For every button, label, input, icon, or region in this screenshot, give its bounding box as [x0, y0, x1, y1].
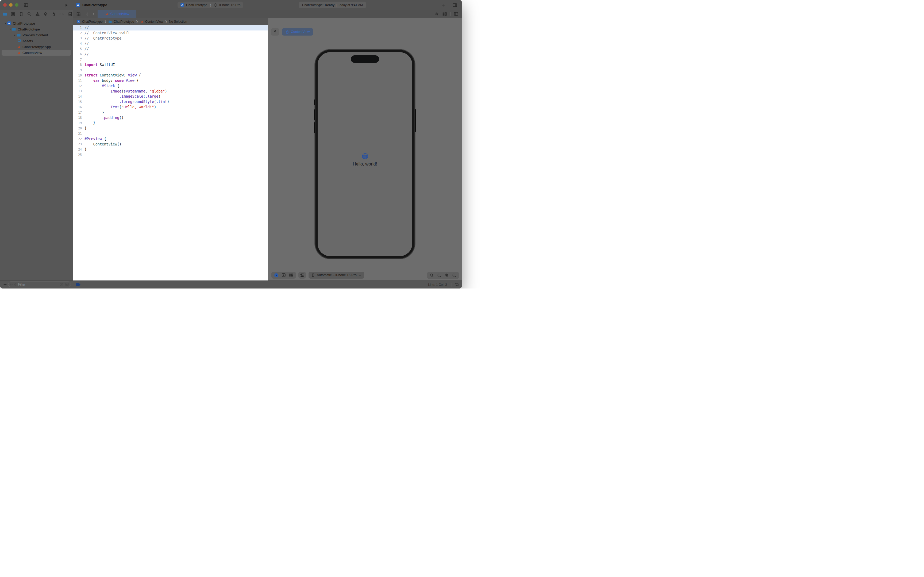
run-button[interactable]: [63, 2, 69, 8]
filter-input[interactable]: [18, 282, 58, 287]
line-number[interactable]: 23: [73, 142, 84, 146]
zoom-fit-button[interactable]: [444, 272, 450, 278]
related-items-button[interactable]: [76, 12, 81, 16]
code-line[interactable]: 2// ContentView.swift: [73, 31, 268, 36]
toggle-navigator-button[interactable]: [23, 2, 29, 8]
line-number[interactable]: 18: [73, 116, 84, 119]
code-line[interactable]: 17 }: [73, 110, 268, 115]
find-navigator-icon[interactable]: [27, 11, 32, 16]
code-line[interactable]: 16 Text("Hello, world!"): [73, 105, 268, 110]
breakpoint-navigator-icon[interactable]: [60, 11, 64, 16]
go-forward-button[interactable]: [92, 12, 95, 16]
code-line[interactable]: 6//: [73, 52, 268, 57]
line-number[interactable]: 16: [73, 105, 84, 109]
recents-clock-icon[interactable]: [60, 282, 63, 286]
code-editor[interactable]: 1//2// ContentView.swift3// ChatPrototyp…: [73, 25, 268, 281]
code-line[interactable]: 21: [73, 131, 268, 136]
line-number[interactable]: 15: [73, 100, 84, 104]
code-review-button[interactable]: [435, 12, 439, 16]
disclosure-open-icon[interactable]: ▾: [4, 22, 7, 24]
test-navigator-icon[interactable]: [43, 11, 48, 16]
disclosure-closed-icon[interactable]: ▸: [13, 34, 16, 36]
line-number[interactable]: 11: [73, 79, 84, 83]
close-window-button[interactable]: [3, 3, 7, 7]
line-number[interactable]: 8: [73, 63, 84, 66]
add-button[interactable]: [440, 2, 446, 8]
sidebar-item-preview-content[interactable]: ▸Preview Content: [2, 32, 71, 38]
issue-navigator-icon[interactable]: [35, 11, 40, 16]
code-line[interactable]: 23 ContentView(): [73, 142, 268, 147]
breadcrumb-item[interactable]: ChatPrototype: [108, 20, 134, 24]
sidebar-item-assets[interactable]: Assets: [2, 38, 71, 44]
breadcrumb-item[interactable]: ChatPrototype: [77, 20, 103, 24]
debug-navigator-icon[interactable]: [52, 11, 56, 16]
source-control-navigator-icon[interactable]: [11, 11, 16, 16]
toggle-inspector-button[interactable]: [452, 2, 458, 8]
report-navigator-icon[interactable]: [68, 11, 72, 16]
device-settings-button[interactable]: [298, 272, 306, 279]
code-line[interactable]: 1//: [73, 25, 268, 31]
line-number[interactable]: 25: [73, 153, 84, 157]
breakpoints-toggle[interactable]: [76, 283, 80, 286]
line-number[interactable]: 10: [73, 74, 84, 77]
code-line[interactable]: 8import SwiftUI: [73, 62, 268, 68]
disclosure-open-icon[interactable]: ▾: [8, 28, 12, 31]
line-number[interactable]: 19: [73, 121, 84, 125]
pin-preview-button[interactable]: [271, 28, 279, 35]
code-line[interactable]: 10struct ContentView: View {: [73, 73, 268, 78]
line-number[interactable]: 14: [73, 95, 84, 98]
go-back-button[interactable]: [85, 12, 89, 16]
line-number[interactable]: 6: [73, 52, 84, 56]
code-line[interactable]: 7: [73, 57, 268, 62]
adjust-editor-options-button[interactable]: [442, 11, 447, 16]
scheme-selector[interactable]: ChatPrototype ❯ iPhone 16 Pro: [177, 2, 243, 8]
plus-minus-icon[interactable]: [65, 282, 69, 286]
line-number[interactable]: 4: [73, 42, 84, 45]
variants-mode-button[interactable]: [288, 272, 295, 278]
line-number[interactable]: 21: [73, 132, 84, 135]
code-line[interactable]: 12 VStack {: [73, 84, 268, 89]
add-editor-button[interactable]: [454, 11, 459, 16]
sidebar-item-contentview[interactable]: ContentView: [2, 50, 71, 56]
scheme-destination[interactable]: iPhone 16 Pro: [219, 3, 240, 7]
sidebar-item-chatprototypeapp[interactable]: ChatPrototypeApp: [2, 44, 71, 50]
line-number[interactable]: 20: [73, 126, 84, 130]
code-line[interactable]: 11 var body: some View {: [73, 78, 268, 84]
scheme-project[interactable]: ChatPrototype: [186, 3, 208, 7]
minimize-window-button[interactable]: [9, 3, 13, 7]
zoom-out-button[interactable]: [428, 272, 435, 278]
line-number[interactable]: 5: [73, 47, 84, 51]
selectable-mode-button[interactable]: [280, 272, 287, 278]
code-line[interactable]: 14 .imageScale(.large): [73, 94, 268, 99]
breadcrumb-item[interactable]: No Selection: [169, 20, 187, 24]
code-line[interactable]: 5//: [73, 46, 268, 52]
code-line[interactable]: 24}: [73, 147, 268, 152]
bookmark-navigator-icon[interactable]: [19, 11, 24, 16]
add-file-button[interactable]: [3, 282, 8, 287]
line-number[interactable]: 13: [73, 89, 84, 93]
project-navigator-icon[interactable]: [2, 11, 7, 16]
line-number[interactable]: 3: [73, 36, 84, 40]
line-number[interactable]: 9: [73, 68, 84, 72]
line-number[interactable]: 24: [73, 148, 84, 152]
code-line[interactable]: 25: [73, 152, 268, 158]
line-number[interactable]: 22: [73, 137, 84, 141]
zoom-100-button[interactable]: [436, 272, 443, 278]
code-line[interactable]: 13 Image(systemName: "globe"): [73, 89, 268, 94]
code-line[interactable]: 4//: [73, 41, 268, 46]
code-line[interactable]: 18 .padding(): [73, 115, 268, 121]
line-number[interactable]: 7: [73, 58, 84, 61]
line-number[interactable]: 17: [73, 111, 84, 114]
live-preview-button[interactable]: [273, 272, 279, 278]
line-number[interactable]: 12: [73, 84, 84, 88]
breadcrumb-item[interactable]: ContentView: [140, 20, 163, 24]
code-line[interactable]: 19 }: [73, 120, 268, 126]
tab-contentview[interactable]: ContentView: [98, 10, 136, 18]
zoom-window-button[interactable]: [15, 3, 18, 7]
sidebar-item-chatprototype[interactable]: ▾ChatPrototype: [2, 20, 71, 26]
filter-field[interactable]: [8, 282, 71, 287]
preview-target-chip[interactable]: ContentView: [282, 28, 313, 35]
editor-layout-icon[interactable]: [454, 283, 459, 287]
code-line[interactable]: 22#Preview {: [73, 136, 268, 142]
preview-device-dropdown[interactable]: Automatic – iPhone 16 Pro: [308, 271, 364, 279]
